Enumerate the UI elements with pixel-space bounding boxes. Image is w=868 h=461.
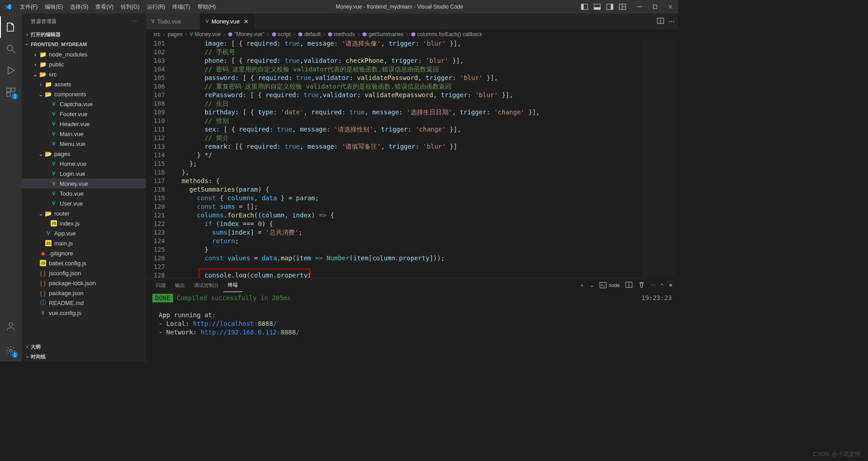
panel-tab[interactable]: 问题 xyxy=(151,278,170,292)
code-area[interactable]: image: [ { required: true, message: '请选择… xyxy=(174,39,639,278)
breadcrumb-item[interactable]: ⬢"Money.vue" xyxy=(228,31,264,38)
menu-item[interactable]: 选择(S) xyxy=(66,0,92,14)
tree-row[interactable]: VCaptcha.vue xyxy=(22,99,146,109)
menu-item[interactable]: 文件(F) xyxy=(16,0,41,14)
tree-label: User.vue xyxy=(60,200,83,207)
menu-item[interactable]: 帮助(H) xyxy=(194,0,220,14)
vue-file-icon: V xyxy=(151,19,155,24)
search-icon[interactable] xyxy=(0,38,22,60)
editor-tab[interactable]: VMoney.vue✕ xyxy=(200,14,255,29)
tree-row[interactable]: JSindex.js xyxy=(22,218,146,228)
tree-row[interactable]: VMenu.vue xyxy=(22,139,146,149)
tree-label: vue.config.js xyxy=(49,310,81,316)
breadcrumb-item[interactable]: ⬢columns.forEach() callback xyxy=(411,31,482,38)
tree-row[interactable]: { }package-lock.json xyxy=(22,278,146,288)
vscode-logo-icon xyxy=(5,3,12,10)
new-terminal-icon[interactable]: ＋ xyxy=(580,282,585,289)
tree-row[interactable]: ›📁node_modules xyxy=(22,49,146,59)
breadcrumb-item[interactable]: VMoney.vue xyxy=(190,31,221,38)
outline-section[interactable]: ›大纲 xyxy=(22,342,146,352)
local-url[interactable]: http://localhost:8888/ xyxy=(193,320,277,327)
tree-label: Footer.vue xyxy=(60,111,87,118)
tree-label: Main.vue xyxy=(60,131,84,137)
tree-label: babel.config.js xyxy=(49,260,86,267)
tree-row[interactable]: VMain.vue xyxy=(22,129,146,139)
split-terminal-icon[interactable] xyxy=(625,281,632,289)
menu-item[interactable]: 转到(G) xyxy=(117,0,143,14)
breadcrumbs[interactable]: src›pages›VMoney.vue›⬢"Money.vue"›⬢scrip… xyxy=(146,29,678,39)
tree-label: .gitignore xyxy=(49,250,73,257)
activity-bar: 1 1 xyxy=(0,14,22,362)
maximize-button[interactable] xyxy=(647,0,663,14)
menu-bar: 文件(F)编辑(E)选择(S)查看(V)转到(G)运行(R)终端(T)帮助(H) xyxy=(16,0,219,14)
line-gutter: 1011021031041051061071081091101111121131… xyxy=(146,39,174,278)
tree-row[interactable]: { }jsconfig.json xyxy=(22,268,146,278)
layout-panel-bottom-icon[interactable] xyxy=(592,2,602,12)
kill-terminal-icon[interactable] xyxy=(638,281,645,289)
tab-more-icon[interactable]: ⋯ xyxy=(669,18,675,25)
tree-row[interactable]: VLogin.vue xyxy=(22,169,146,179)
panel-more-icon[interactable]: ⋯ xyxy=(651,282,656,288)
tree-row[interactable]: VHeader.vue xyxy=(22,119,146,129)
accounts-icon[interactable] xyxy=(0,315,22,337)
terminal-dropdown-icon[interactable]: ⌄ xyxy=(590,282,594,288)
breadcrumb-item[interactable]: ⬢methods xyxy=(328,31,355,38)
terminal-output[interactable]: DONE Compiled successfully in 205ms 19:2… xyxy=(146,292,678,362)
tree-row[interactable]: { }package.json xyxy=(22,288,146,298)
tree-row[interactable]: ◆.gitignore xyxy=(22,248,146,258)
tree-row[interactable]: ⌄📂router xyxy=(22,208,146,218)
tree-row[interactable]: ⌄📂pages xyxy=(22,149,146,159)
tree-label: main.js xyxy=(54,240,73,247)
tree-row[interactable]: VUser.vue xyxy=(22,198,146,208)
sidebar-more-icon[interactable]: ⋯ xyxy=(132,19,137,24)
tree-row[interactable]: VFooter.vue xyxy=(22,109,146,119)
svg-rect-5 xyxy=(611,4,613,9)
layout-custom-icon[interactable] xyxy=(618,2,627,12)
minimap[interactable] xyxy=(639,39,678,278)
tree-row[interactable]: VTodo.vue xyxy=(22,188,146,198)
tree-row[interactable]: ›📁assets xyxy=(22,79,146,89)
split-editor-icon[interactable] xyxy=(657,17,664,26)
menu-item[interactable]: 终端(T) xyxy=(169,0,193,14)
tree-label: README.md xyxy=(49,300,84,306)
breadcrumb-item[interactable]: ⬢script xyxy=(272,31,291,38)
panel-tab[interactable]: 终端 xyxy=(223,278,242,292)
tree-row[interactable]: VMoney.vue xyxy=(22,179,146,188)
timeline-section[interactable]: ›时间线 xyxy=(22,352,146,362)
tree-row[interactable]: VHome.vue xyxy=(22,159,146,169)
breadcrumb-item[interactable]: ⬢getSummaries xyxy=(362,31,403,38)
terminal-profile[interactable]: node xyxy=(599,282,619,289)
tree-row[interactable]: ⌄📂src xyxy=(22,69,146,79)
breadcrumb-item[interactable]: src xyxy=(153,31,160,38)
run-debug-icon[interactable] xyxy=(0,60,22,81)
maximize-panel-icon[interactable]: ^ xyxy=(661,282,663,288)
tree-row[interactable]: ⓘREADME.md xyxy=(22,298,146,308)
network-url[interactable]: http://192.168.0.112:8888/ xyxy=(201,329,300,336)
layout-panel-right-icon[interactable] xyxy=(605,2,615,12)
menu-item[interactable]: 编辑(E) xyxy=(41,0,66,14)
project-section[interactable]: ›FRONTEND_MYDREAM xyxy=(22,39,146,49)
tree-row[interactable]: ›📁public xyxy=(22,59,146,69)
close-tab-icon[interactable]: ✕ xyxy=(244,18,249,25)
tree-row[interactable]: Vvue.config.js xyxy=(22,308,146,318)
tree-row[interactable]: JSbabel.config.js xyxy=(22,258,146,268)
panel-tab[interactable]: 调试控制台 xyxy=(189,278,223,292)
explorer-icon[interactable] xyxy=(0,16,22,38)
close-button[interactable] xyxy=(663,0,678,14)
open-editors-section[interactable]: ›打开的编辑器 xyxy=(22,29,146,39)
tree-row[interactable]: VApp.vue xyxy=(22,228,146,238)
editor-tab[interactable]: VTodo.vue xyxy=(146,14,200,29)
tree-label: node_modules xyxy=(49,51,87,58)
tree-row[interactable]: JSmain.js xyxy=(22,238,146,248)
breadcrumb-item[interactable]: ⬢default xyxy=(298,31,321,38)
tree-row[interactable]: ⌄📂components xyxy=(22,89,146,99)
layout-panel-left-icon[interactable] xyxy=(580,2,590,12)
panel-tab[interactable]: 输出 xyxy=(170,278,189,292)
minimize-button[interactable] xyxy=(632,0,647,14)
extensions-icon[interactable]: 1 xyxy=(0,81,22,103)
menu-item[interactable]: 查看(V) xyxy=(92,0,117,14)
close-panel-icon[interactable]: ✕ xyxy=(669,282,673,288)
settings-gear-icon[interactable]: 1 xyxy=(0,340,22,362)
breadcrumb-item[interactable]: pages xyxy=(168,31,183,38)
menu-item[interactable]: 运行(R) xyxy=(143,0,169,14)
